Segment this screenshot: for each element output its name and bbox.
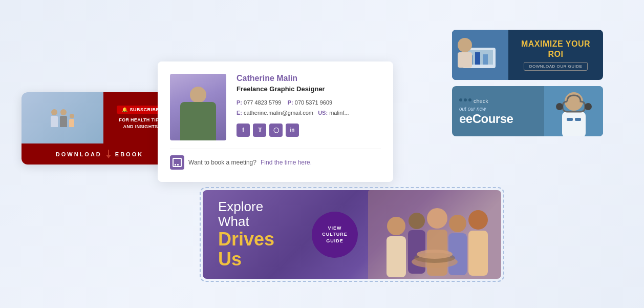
ebook-label: EBOOK <box>115 151 143 157</box>
phone2-label: P: <box>288 99 293 106</box>
ecourse-check-text: check <box>474 98 488 104</box>
ecourse-text-area: check out our new eeCourse <box>452 86 544 136</box>
culture-drives-text: Drives Us <box>218 229 296 270</box>
sig-meeting-row: Want to book a meeting? Find the time he… <box>170 149 381 170</box>
roi-title-part1: MAXIMIZE YOUR <box>521 39 590 48</box>
ecourse-image <box>544 86 603 136</box>
twitter-icon[interactable]: 𝕋 <box>253 124 266 137</box>
signature-top: Catherine Malin Freelance Graphic Design… <box>170 74 381 140</box>
signature-card: Catherine Malin Freelance Graphic Design… <box>158 61 393 182</box>
svg-rect-18 <box>475 52 480 65</box>
roi-text-area: MAXIMIZE YOUR ROI DOWNLOAD OUR GUIDE <box>508 30 603 80</box>
roi-title: MAXIMIZE YOUR ROI <box>513 39 598 58</box>
sig-body <box>180 102 216 140</box>
culture-people-image <box>368 190 501 279</box>
download-label: DOWNLOAD <box>56 151 102 157</box>
phone1-label: P: <box>237 99 242 106</box>
culture-view-btn[interactable]: VIEW CULTURE GUIDE <box>312 212 358 258</box>
svg-point-26 <box>585 104 591 110</box>
health-card-top: 🔔 SUBSCRIBE FOR HEALTH TIPS AND INSIGHTS <box>22 92 178 143</box>
ecourse-dot-3 <box>468 98 471 101</box>
sig-head <box>190 87 206 103</box>
doctor-figure <box>51 109 58 127</box>
facebook-icon[interactable]: f <box>237 124 250 137</box>
email-value: catherine.malin@gmail.com <box>244 110 313 116</box>
svg-rect-19 <box>483 54 488 65</box>
ecourse-new-text: out our new <box>459 106 486 112</box>
sig-email-line: E: catherine.malin@gmail.com US: malinf.… <box>237 108 381 118</box>
svg-rect-28 <box>575 118 581 121</box>
ecourse-illustration-svg <box>544 86 603 136</box>
ecourse-e: e <box>459 112 466 126</box>
child-body <box>69 119 74 127</box>
health-card: 🔔 SUBSCRIBE FOR HEALTH TIPS AND INSIGHTS… <box>22 92 178 165</box>
culture-explore-text: Explore What <box>218 199 296 229</box>
cal-dot-1 <box>175 164 176 166</box>
ecourse-title: eeCourse <box>459 113 513 125</box>
ecourse-course: eCourse <box>466 112 513 126</box>
roi-title-highlight: ROI <box>548 50 564 58</box>
svg-point-1 <box>387 217 405 235</box>
svg-rect-10 <box>468 231 488 276</box>
culture-btn-line3: GUIDE <box>326 238 344 244</box>
phone2-value: 070 5371 9609 <box>295 99 332 106</box>
child-figure <box>69 114 74 127</box>
culture-btn-line1: VIEW <box>328 225 341 232</box>
ecourse-dot-1 <box>459 98 462 101</box>
ecourse-dots <box>459 98 471 101</box>
culture-banner-wrapper: Explore What Drives Us VIEW CULTURE GUID… <box>200 187 504 282</box>
adult-figure <box>60 109 67 127</box>
health-silhouettes <box>51 109 74 127</box>
child-head <box>70 114 74 118</box>
signature-info: Catherine Malin Freelance Graphic Design… <box>237 74 381 140</box>
roi-image <box>452 30 508 80</box>
social-icons-group: f 𝕋 ◯ in <box>237 124 381 137</box>
cal-dot-2 <box>177 164 179 166</box>
calendar-dots <box>175 164 179 166</box>
linkedin-icon[interactable]: in <box>286 124 299 137</box>
person-silhouette <box>178 84 219 140</box>
phone1-value: 077 4823 5799 <box>244 99 281 106</box>
sig-job-title: Freelance Graphic Designer <box>237 85 381 93</box>
svg-point-13 <box>417 250 453 259</box>
subscribe-label: SUBSCRIBE <box>130 107 159 112</box>
culture-btn-line2: CULTURE <box>322 231 347 238</box>
instagram-icon[interactable]: ◯ <box>269 124 283 137</box>
calendar-inner <box>173 158 182 167</box>
roi-illustration-svg <box>452 30 508 80</box>
svg-point-3 <box>409 213 425 229</box>
svg-rect-21 <box>458 52 472 68</box>
sig-meeting: Want to book a meeting? Find the time he… <box>170 155 381 170</box>
svg-point-7 <box>449 215 466 232</box>
svg-point-9 <box>468 210 488 230</box>
sig-contact: P: 077 4823 5799 P: 070 5371 9609 E: cat… <box>237 98 381 118</box>
doctor-head <box>51 109 57 115</box>
svg-point-25 <box>556 104 563 110</box>
roi-download-btn[interactable]: DOWNLOAD OUR GUIDE <box>524 62 588 71</box>
sig-name: Catherine Malin <box>237 74 381 83</box>
doctor-body <box>51 116 58 127</box>
download-ebook-button[interactable]: DOWNLOAD EBOOK <box>22 143 178 165</box>
svg-point-5 <box>427 208 447 229</box>
email-label: E: <box>237 110 242 116</box>
svg-rect-24 <box>562 112 586 136</box>
us-label: US: <box>318 110 328 116</box>
meeting-link[interactable]: Find the time here. <box>261 159 312 166</box>
calendar-icon <box>170 155 184 170</box>
svg-point-20 <box>458 38 472 52</box>
meeting-text: Want to book a meeting? <box>188 159 256 166</box>
us-value: malinf... <box>329 110 349 116</box>
health-image <box>22 92 103 143</box>
svg-rect-27 <box>567 118 573 121</box>
svg-rect-2 <box>387 236 406 277</box>
ecourse-dot-2 <box>464 98 467 101</box>
profile-photo <box>170 74 226 140</box>
roi-banner: MAXIMIZE YOUR ROI DOWNLOAD OUR GUIDE <box>452 30 603 80</box>
bell-icon: 🔔 <box>122 107 128 112</box>
adult-body <box>60 116 67 127</box>
people-svg <box>368 190 501 279</box>
culture-banner-inner: Explore What Drives Us VIEW CULTURE GUID… <box>203 190 501 279</box>
adult-head <box>60 109 67 115</box>
sig-phone1-line: P: 077 4823 5799 P: 070 5371 9609 <box>237 98 381 108</box>
ecourse-banner: check out our new eeCourse <box>452 86 603 136</box>
